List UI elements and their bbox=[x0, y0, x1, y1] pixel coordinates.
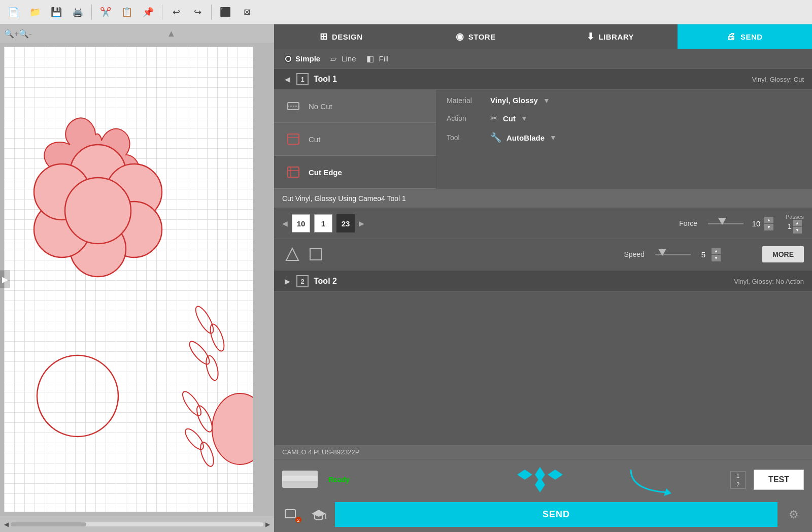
num-box-3[interactable]: 23 bbox=[336, 214, 355, 232]
speed-slider[interactable] bbox=[653, 244, 693, 264]
send-arrow bbox=[515, 464, 565, 495]
tool1-header[interactable]: ◀ 1 Tool 1 Vinyl, Glossy: Cut bbox=[274, 69, 812, 90]
tab-simple[interactable]: Simple bbox=[284, 54, 320, 63]
tab-send[interactable]: 🖨 SEND bbox=[678, 24, 812, 49]
cut-options-list: No Cut Cut bbox=[274, 90, 436, 189]
select-all-button[interactable]: ⬛ bbox=[216, 3, 235, 22]
half-circle-right bbox=[212, 393, 253, 464]
cut-settings-panel: Material Vinyl, Glossy ▼ Action ✂ Cut ▼ bbox=[436, 90, 812, 189]
nav-tabs: ⊞ DESIGN ◉ STORE ⬇ LIBRARY 🖨 SEND bbox=[274, 24, 812, 49]
tool-label: Tool bbox=[447, 134, 482, 142]
toolbar-divider-3 bbox=[211, 5, 212, 20]
cut-option-cut-edge[interactable]: Cut Edge bbox=[274, 156, 436, 189]
print-button[interactable]: 🖨️ bbox=[68, 3, 87, 22]
gear-button[interactable]: ⚙ bbox=[784, 505, 804, 525]
device-name-bar: CAMEO 4 PLUS-892322P bbox=[274, 445, 812, 459]
material-dropdown[interactable]: ▼ bbox=[543, 96, 550, 105]
redo-button[interactable]: ↪ bbox=[188, 3, 207, 22]
mode-tabs: Simple ▱ Line ◧ Fill bbox=[274, 49, 812, 69]
radio-simple[interactable] bbox=[284, 55, 292, 63]
tool-row: Tool 🔧 AutoBlade ▼ bbox=[447, 132, 802, 143]
svg-marker-26 bbox=[548, 470, 563, 480]
save-button[interactable]: 💾 bbox=[47, 3, 66, 22]
cut-option-cut[interactable]: Cut bbox=[274, 123, 436, 156]
cyan-pointing-arrow bbox=[621, 464, 682, 500]
tool2-header[interactable]: ▶ 2 Tool 2 Vinyl, Glossy: No Action bbox=[274, 270, 812, 292]
zoom-in-button[interactable]: 🔍+ bbox=[4, 29, 19, 39]
feed-icon[interactable]: 2 bbox=[282, 505, 302, 525]
zoom-out-button[interactable]: 🔍- bbox=[19, 29, 31, 39]
status-text: Ready bbox=[328, 476, 350, 484]
graduation-icon[interactable] bbox=[309, 505, 329, 525]
test-button[interactable]: TEST bbox=[754, 470, 804, 490]
passes-down-button[interactable]: ▼ bbox=[793, 227, 802, 234]
sliders-section: ◀ 10 1 23 ▶ Force 10 bbox=[274, 208, 812, 270]
tab-line[interactable]: ▱ Line bbox=[330, 54, 356, 63]
svg-rect-22 bbox=[310, 249, 321, 260]
force-up-button[interactable]: ▲ bbox=[764, 217, 773, 223]
num-box-1[interactable]: 10 bbox=[292, 214, 310, 232]
deselect-button[interactable]: ⊠ bbox=[237, 3, 256, 22]
cut-button[interactable]: ✂️ bbox=[96, 3, 115, 22]
paste-button[interactable]: 📌 bbox=[139, 3, 158, 22]
open-button[interactable]: 📁 bbox=[25, 3, 45, 22]
cut-label: Cut bbox=[309, 135, 320, 144]
action-value: Cut bbox=[503, 114, 516, 123]
tool-dropdown[interactable]: ▼ bbox=[550, 134, 557, 142]
canvas-area: 🔍+ 🔍- ▲ bbox=[0, 24, 274, 532]
more-button[interactable]: MORE bbox=[762, 246, 804, 262]
prev-preset-button[interactable]: ◀ bbox=[282, 219, 288, 227]
no-cut-label: No Cut bbox=[309, 102, 332, 111]
svg-point-11 bbox=[204, 354, 220, 381]
passes-label: Passes bbox=[786, 214, 804, 220]
canvas-bottom-bar: ◀ ▶ bbox=[0, 516, 274, 532]
num-box-2[interactable]: 1 bbox=[314, 214, 332, 232]
library-icon: ⬇ bbox=[587, 31, 595, 42]
action-label: Action bbox=[447, 114, 482, 122]
cut-option-no-cut[interactable]: No Cut bbox=[274, 90, 436, 123]
tab-fill[interactable]: ◧ Fill bbox=[366, 54, 389, 63]
tab-store[interactable]: ◉ STORE bbox=[409, 24, 543, 49]
svg-text:2: 2 bbox=[297, 518, 299, 523]
action-value-row: ✂ Cut ▼ bbox=[490, 113, 802, 124]
passes-up-button[interactable]: ▲ bbox=[793, 220, 802, 226]
svg-marker-25 bbox=[517, 470, 532, 480]
scroll-up-button[interactable]: ▲ bbox=[166, 28, 176, 39]
device-name: CAMEO 4 PLUS-892322P bbox=[282, 448, 359, 456]
tab-design[interactable]: ⊞ DESIGN bbox=[274, 24, 409, 49]
send-button[interactable]: SEND bbox=[335, 502, 777, 527]
circle-outline bbox=[37, 355, 118, 437]
tool1-collapse-arrow[interactable]: ◀ bbox=[282, 74, 292, 84]
undo-button[interactable]: ↩ bbox=[166, 3, 186, 22]
page-1-indicator: 1 bbox=[736, 473, 739, 479]
scroll-left-small-button[interactable]: ◀ bbox=[4, 521, 9, 528]
speed-up-button[interactable]: ▲ bbox=[712, 248, 721, 254]
action-dropdown[interactable]: ▼ bbox=[521, 114, 528, 122]
passes-arrows: ▲ ▼ bbox=[793, 220, 802, 234]
tool-value: AutoBlade bbox=[506, 134, 545, 142]
next-preset-button[interactable]: ▶ bbox=[359, 219, 364, 227]
tab-library[interactable]: ⬇ LIBRARY bbox=[543, 24, 678, 49]
speed-label: Speed bbox=[624, 250, 645, 258]
new-button[interactable]: 📄 bbox=[4, 3, 23, 22]
scroll-right-small-button[interactable]: ▶ bbox=[265, 521, 270, 528]
speed-down-button[interactable]: ▼ bbox=[712, 255, 721, 261]
copy-button[interactable]: 📋 bbox=[117, 3, 137, 22]
arrow-area bbox=[358, 464, 722, 495]
panel-content: Simple ▱ Line ◧ Fill ◀ 1 Tool 1 Vinyl, G… bbox=[274, 49, 812, 532]
no-cut-icon bbox=[284, 97, 302, 115]
page-selector[interactable]: 1 2 bbox=[730, 471, 746, 489]
force-slider[interactable] bbox=[705, 213, 746, 234]
svg-point-13 bbox=[194, 404, 215, 434]
tab-library-label: LIBRARY bbox=[598, 32, 634, 41]
tab-design-label: DESIGN bbox=[332, 32, 363, 41]
force-arrows: ▲ ▼ bbox=[764, 217, 773, 230]
tool2-expand-arrow[interactable]: ▶ bbox=[282, 276, 292, 286]
svg-rect-28 bbox=[285, 510, 295, 518]
material-value-row: Vinyl, Glossy ▼ bbox=[490, 96, 802, 105]
force-down-button[interactable]: ▼ bbox=[764, 224, 773, 230]
svg-point-7 bbox=[65, 178, 131, 244]
passes-value: 1 bbox=[788, 222, 792, 230]
scroll-left-button[interactable]: ▶ bbox=[0, 271, 10, 288]
canvas-workspace[interactable]: ▶ bbox=[0, 43, 274, 516]
